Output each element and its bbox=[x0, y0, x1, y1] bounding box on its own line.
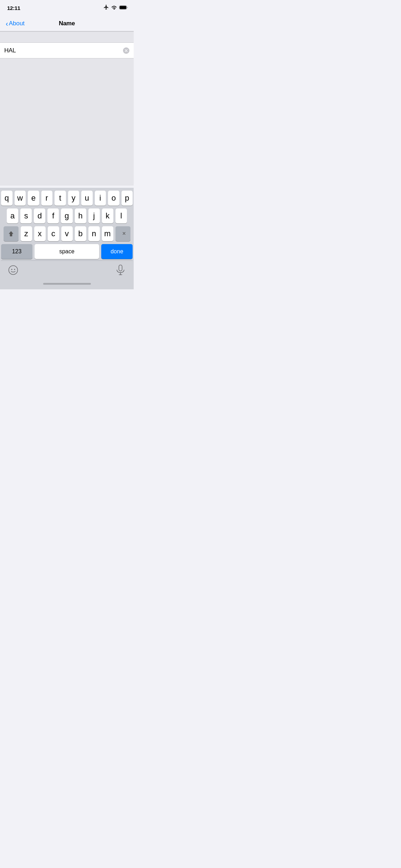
key-j[interactable]: j bbox=[88, 208, 100, 223]
keyboard-accessory-bar bbox=[1, 260, 133, 279]
key-f[interactable]: f bbox=[47, 208, 59, 223]
key-a[interactable]: a bbox=[7, 208, 18, 223]
emoji-key[interactable] bbox=[7, 264, 20, 277]
microphone-key[interactable] bbox=[114, 264, 127, 277]
svg-point-3 bbox=[11, 269, 12, 270]
key-s[interactable]: s bbox=[20, 208, 32, 223]
keyboard-bottom-row: 123 space done bbox=[1, 244, 133, 259]
keyboard-row-2: a s d f g h j k l bbox=[1, 208, 133, 223]
numeric-key[interactable]: 123 bbox=[1, 244, 32, 259]
key-g[interactable]: g bbox=[61, 208, 72, 223]
key-h[interactable]: h bbox=[75, 208, 86, 223]
back-label: About bbox=[9, 20, 25, 27]
page-title: Name bbox=[59, 20, 75, 27]
keyboard: q w e r t y u i o p a s d f g h j k l z … bbox=[0, 188, 134, 289]
battery-icon bbox=[119, 5, 128, 11]
space-key[interactable]: space bbox=[35, 244, 99, 259]
key-e[interactable]: e bbox=[28, 191, 39, 206]
airplane-icon bbox=[103, 4, 109, 11]
key-n[interactable]: n bbox=[88, 226, 100, 241]
wifi-icon bbox=[111, 5, 117, 11]
status-bar: 12:11 bbox=[0, 0, 134, 16]
back-button[interactable]: ‹ About bbox=[3, 19, 27, 29]
home-bar bbox=[43, 283, 91, 285]
key-l[interactable]: l bbox=[115, 208, 127, 223]
key-d[interactable]: d bbox=[34, 208, 45, 223]
key-c[interactable]: c bbox=[48, 226, 59, 241]
key-y[interactable]: y bbox=[68, 191, 79, 206]
key-z[interactable]: z bbox=[21, 226, 32, 241]
name-field-container[interactable]: HAL bbox=[0, 43, 134, 58]
empty-content-area bbox=[0, 58, 134, 186]
key-t[interactable]: t bbox=[55, 191, 66, 206]
nav-bar: ‹ About Name bbox=[0, 16, 134, 31]
key-k[interactable]: k bbox=[102, 208, 113, 223]
key-o[interactable]: o bbox=[108, 191, 119, 206]
svg-point-2 bbox=[9, 266, 18, 275]
key-m[interactable]: m bbox=[102, 226, 113, 241]
key-r[interactable]: r bbox=[41, 191, 53, 206]
shift-key[interactable] bbox=[4, 226, 19, 241]
back-chevron-icon: ‹ bbox=[6, 20, 8, 27]
status-time: 12:11 bbox=[7, 5, 20, 11]
key-x[interactable]: x bbox=[34, 226, 46, 241]
svg-point-4 bbox=[14, 269, 15, 270]
keyboard-row-1: q w e r t y u i o p bbox=[1, 191, 133, 206]
key-u[interactable]: u bbox=[81, 191, 93, 206]
svg-rect-5 bbox=[119, 265, 122, 271]
key-i[interactable]: i bbox=[95, 191, 106, 206]
keyboard-row-3: z x c v b n m bbox=[1, 226, 133, 241]
clear-button[interactable] bbox=[123, 47, 129, 54]
key-p[interactable]: p bbox=[122, 191, 133, 206]
done-key[interactable]: done bbox=[101, 244, 133, 259]
name-field-value: HAL bbox=[4, 47, 123, 54]
key-w[interactable]: w bbox=[15, 191, 26, 206]
delete-key[interactable] bbox=[115, 226, 130, 241]
svg-rect-1 bbox=[120, 6, 127, 9]
key-q[interactable]: q bbox=[1, 191, 12, 206]
key-b[interactable]: b bbox=[75, 226, 86, 241]
section-separator bbox=[0, 31, 134, 43]
home-indicator bbox=[1, 279, 133, 288]
status-icons bbox=[103, 4, 128, 11]
key-v[interactable]: v bbox=[61, 226, 73, 241]
